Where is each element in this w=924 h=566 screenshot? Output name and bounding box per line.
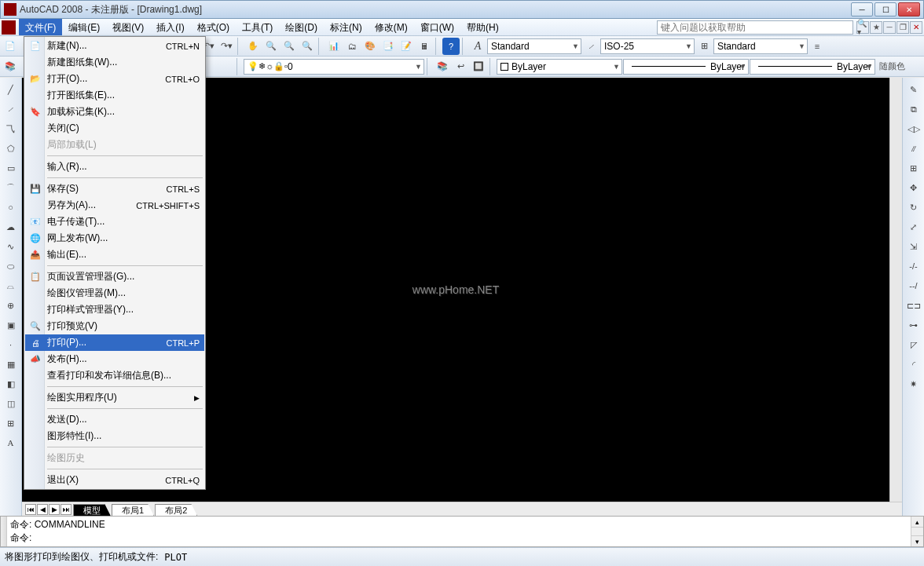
tablestyle-icon[interactable]: ⊞ xyxy=(695,38,713,55)
menu-draw[interactable]: 绘图(D) xyxy=(279,19,324,35)
table-icon[interactable]: ⊞ xyxy=(2,414,20,432)
toolpalettes-icon[interactable]: 🎨 xyxy=(361,38,379,55)
menu-item-exit[interactable]: 退出(X)CTRL+Q xyxy=(25,472,204,488)
cmd-scrollbar[interactable]: ▴ ▾ xyxy=(911,517,923,546)
mlstyle-icon[interactable]: ≡ xyxy=(808,38,826,55)
pan-icon[interactable]: ✋ xyxy=(244,38,262,55)
menu-item-publish[interactable]: 📣发布(H)... xyxy=(25,351,204,367)
menu-dimension[interactable]: 标注(N) xyxy=(324,19,368,35)
menu-item-load-markup[interactable]: 🔖加载标记集(K)... xyxy=(25,104,204,120)
pline-icon[interactable]: ⺄ xyxy=(2,120,20,137)
extend-icon[interactable]: --/ xyxy=(905,277,922,294)
zoom-prev-icon[interactable]: 🔍 xyxy=(280,38,298,55)
tab-last-button[interactable]: ⏭ xyxy=(60,504,72,515)
tab-layout2[interactable]: 布局2 xyxy=(155,504,197,517)
textstyle-dropdown[interactable]: Standard▼ xyxy=(487,38,581,54)
menu-item-print[interactable]: 🖨打印(P)...CTRL+P xyxy=(25,334,204,351)
tab-layout1[interactable]: 布局1 xyxy=(112,504,154,517)
menu-item-open[interactable]: 📂打开(O)...CTRL+O xyxy=(25,71,204,87)
quickcalc-icon[interactable]: 🖩 xyxy=(416,38,433,55)
circle-icon[interactable]: ○ xyxy=(2,199,20,216)
rectangle-icon[interactable]: ▭ xyxy=(2,159,20,177)
zoom-realtime-icon[interactable]: 🔍 xyxy=(262,38,280,55)
zoom-window-icon[interactable]: 🔍 xyxy=(299,38,316,55)
color-dropdown[interactable]: ByLayer▼ xyxy=(497,59,622,75)
tab-prev-button[interactable]: ◀ xyxy=(37,504,48,515)
ellipsearc-icon[interactable]: ⌓ xyxy=(2,277,20,294)
menu-item-web-publish[interactable]: 🌐网上发布(W)... xyxy=(25,230,204,246)
cmd-grip[interactable] xyxy=(1,517,7,546)
menu-item-drawing-props[interactable]: 图形特性(I)... xyxy=(25,428,204,444)
tablestyle-dropdown[interactable]: Standard▼ xyxy=(713,38,808,54)
copy-obj-icon[interactable]: ⧉ xyxy=(905,100,922,118)
revcloud-icon[interactable]: ☁ xyxy=(2,218,20,236)
trim-icon[interactable]: -/- xyxy=(905,257,922,275)
menu-insert[interactable]: 插入(I) xyxy=(150,19,190,35)
menu-edit[interactable]: 编辑(E) xyxy=(62,19,106,35)
mirror-icon[interactable]: ◁▷ xyxy=(905,120,922,137)
menu-item-etransmit[interactable]: 📧电子传递(T)... xyxy=(25,214,204,230)
xline-icon[interactable]: ⟋ xyxy=(2,100,20,118)
stretch-icon[interactable]: ⇲ xyxy=(905,238,922,255)
cmd-scroll-down-button[interactable]: ▾ xyxy=(911,535,923,546)
arc-icon[interactable]: ⌒ xyxy=(2,179,20,196)
tab-first-button[interactable]: ⏮ xyxy=(25,504,36,515)
menu-item-import[interactable]: 输入(R)... xyxy=(25,159,204,175)
explode-icon[interactable]: ✷ xyxy=(905,375,922,393)
break-icon[interactable]: ⊏⊐ xyxy=(905,297,922,314)
chamfer-icon[interactable]: ◸ xyxy=(905,336,922,353)
sheetset-icon[interactable]: 📑 xyxy=(380,38,397,55)
polygon-icon[interactable]: ⬠ xyxy=(2,140,20,157)
menu-item-new-sheetset[interactable]: 新建图纸集(W)... xyxy=(25,54,204,71)
doc-minimize-button[interactable]: ─ xyxy=(883,21,896,34)
menu-item-view-plot-details[interactable]: 查看打印和发布详细信息(B)... xyxy=(25,367,204,384)
help-search-input[interactable] xyxy=(657,20,853,35)
favorite-icon[interactable]: ★ xyxy=(870,21,882,34)
array-icon[interactable]: ⊞ xyxy=(905,159,922,177)
line-icon[interactable]: ╱ xyxy=(2,81,20,98)
layer-prop-icon[interactable]: 📚 xyxy=(2,58,19,75)
menu-item-close[interactable]: 关闭(C) xyxy=(25,120,204,137)
menu-item-page-setup[interactable]: 📋页面设置管理器(G)... xyxy=(25,268,204,285)
layer-iso-icon[interactable]: 🔲 xyxy=(470,58,487,75)
textstyle-icon[interactable]: A xyxy=(469,38,486,55)
menu-item-send[interactable]: 发送(D)... xyxy=(25,411,204,428)
menu-item-print-preview[interactable]: 🔍打印预览(V) xyxy=(25,318,204,334)
tab-model[interactable]: 模型 xyxy=(73,504,111,517)
maximize-button[interactable]: ☐ xyxy=(874,2,896,16)
fillet-icon[interactable]: ◜ xyxy=(905,356,922,373)
erase-icon[interactable]: ✎ xyxy=(905,81,922,98)
menu-modify[interactable]: 修改(M) xyxy=(368,19,414,35)
menu-item-open-sheetset[interactable]: 打开图纸集(E)... xyxy=(25,87,204,104)
vertical-scrollbar[interactable] xyxy=(889,78,902,502)
markup-icon[interactable]: 📝 xyxy=(398,38,415,55)
doc-restore-button[interactable]: ❐ xyxy=(896,21,909,34)
menu-format[interactable]: 格式(O) xyxy=(191,19,236,35)
hatch-icon[interactable]: ▦ xyxy=(2,356,20,373)
mtext-icon[interactable]: A xyxy=(2,434,20,451)
layer-dropdown[interactable]: 💡❄☼🔒▫ 0▼ xyxy=(244,59,424,75)
lineweight-dropdown[interactable]: ByLayer▼ xyxy=(750,59,875,75)
rotate-icon[interactable]: ↻ xyxy=(905,199,922,216)
doc-close-button[interactable]: ✕ xyxy=(910,21,922,34)
offset-icon[interactable]: ⫽ xyxy=(905,140,922,157)
help-icon[interactable]: ? xyxy=(442,38,460,55)
menu-item-new[interactable]: 📄新建(N)...CTRL+N xyxy=(25,38,204,54)
cmd-scroll-up-button[interactable]: ▴ xyxy=(911,517,923,528)
search-icon[interactable]: 🔍▾ xyxy=(856,21,869,34)
designcenter-icon[interactable]: 🗂 xyxy=(343,38,361,55)
dimstyle-icon[interactable]: ⟋ xyxy=(582,38,600,55)
point-icon[interactable]: · xyxy=(2,336,20,353)
menu-view[interactable]: 视图(V) xyxy=(106,19,150,35)
layer-tools-icon[interactable]: 📚 xyxy=(434,58,451,75)
close-button[interactable]: ✕ xyxy=(898,2,920,16)
menu-item-saveas[interactable]: 另存为(A)...CTRL+SHIFT+S xyxy=(25,197,204,214)
menu-item-save[interactable]: 💾保存(S)CTRL+S xyxy=(25,181,204,197)
redo-icon[interactable]: ↷▾ xyxy=(218,38,235,55)
tab-next-button[interactable]: ▶ xyxy=(49,504,60,515)
new-icon[interactable]: 📄 xyxy=(2,38,19,55)
properties-icon[interactable]: 📊 xyxy=(325,38,343,55)
menu-tools[interactable]: 工具(T) xyxy=(236,19,279,35)
menu-item-plotstyle-manager[interactable]: 打印样式管理器(Y)... xyxy=(25,301,204,318)
join-icon[interactable]: ⊶ xyxy=(905,316,922,334)
